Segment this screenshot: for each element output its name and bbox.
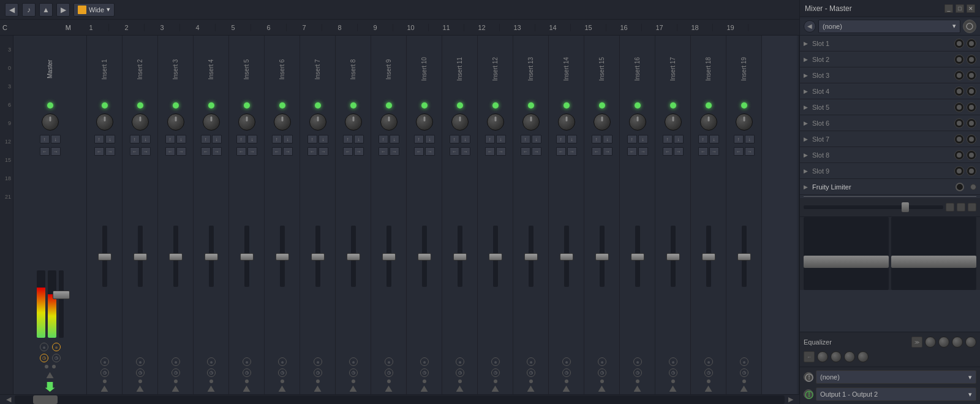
slot-9-led-right[interactable] bbox=[967, 166, 976, 176]
insert-knob-11[interactable] bbox=[451, 113, 469, 131]
insert-clock-13[interactable]: ◷ bbox=[527, 368, 535, 377]
insert-fader-thumb-17[interactable] bbox=[666, 253, 680, 261]
insert-arrow-up-19[interactable]: ↑ bbox=[734, 135, 744, 143]
insert-arrow-down-12[interactable]: ↓ bbox=[496, 135, 506, 143]
insert-fader-thumb-15[interactable] bbox=[595, 253, 609, 261]
slot-6-led-left[interactable] bbox=[954, 118, 964, 128]
insert-led-12[interactable] bbox=[492, 102, 499, 109]
insert-icon1-5[interactable]: ⌾ bbox=[243, 357, 251, 366]
slot-8-led-right[interactable] bbox=[967, 150, 976, 160]
eq-knob-3[interactable] bbox=[952, 337, 963, 348]
right-fader-thumb-2[interactable] bbox=[891, 256, 976, 268]
master-arrow-right[interactable]: → bbox=[51, 147, 61, 156]
insert-knob-16[interactable] bbox=[629, 113, 646, 131]
insert-led-8[interactable] bbox=[350, 102, 356, 109]
insert-icon1-13[interactable]: ⌾ bbox=[527, 357, 535, 366]
insert-arrow-left-16[interactable]: ← bbox=[627, 147, 637, 156]
insert-arrow-right-19[interactable]: → bbox=[745, 147, 755, 156]
insert-fader-thumb-4[interactable] bbox=[205, 253, 218, 261]
eq-knob-8[interactable] bbox=[858, 351, 869, 362]
master-led-green[interactable] bbox=[47, 102, 53, 109]
insert-fader-thumb-7[interactable] bbox=[311, 253, 325, 261]
insert-arrow-up-17[interactable]: ↑ bbox=[663, 135, 673, 143]
insert-arrow-left-4[interactable]: ← bbox=[201, 147, 211, 156]
insert-icon1-15[interactable]: ⌾ bbox=[598, 357, 606, 366]
insert-up-arrow-19[interactable] bbox=[741, 386, 748, 392]
slot-7-led-left[interactable] bbox=[954, 134, 964, 144]
insert-arrow-down-10[interactable]: ↓ bbox=[425, 135, 435, 143]
insert-arrow-left-3[interactable]: ← bbox=[165, 147, 175, 156]
master-up-nav[interactable] bbox=[45, 371, 55, 379]
insert-up-arrow-14[interactable] bbox=[563, 386, 570, 392]
view-select[interactable]: Wide ▾ bbox=[74, 3, 115, 17]
slot-9-led-left[interactable] bbox=[954, 166, 964, 176]
insert-fader-thumb-14[interactable] bbox=[560, 253, 573, 261]
insert-clock-4[interactable]: ◷ bbox=[207, 368, 216, 377]
insert-arrow-up-1[interactable]: ↑ bbox=[94, 135, 104, 143]
toolbar-btn-play[interactable]: ▶ bbox=[56, 3, 70, 17]
insert-knob-6[interactable] bbox=[274, 113, 291, 131]
insert-led-6[interactable] bbox=[279, 102, 285, 109]
insert-clock-12[interactable]: ◷ bbox=[491, 368, 500, 377]
output-circle[interactable] bbox=[804, 389, 813, 399]
insert-arrow-down-3[interactable]: ↓ bbox=[176, 135, 186, 143]
insert-icon1-16[interactable]: ⌾ bbox=[633, 357, 642, 366]
insert-fader-thumb-11[interactable] bbox=[453, 253, 467, 261]
insert-icon1-4[interactable]: ⌾ bbox=[207, 357, 216, 366]
insert-up-arrow-2[interactable] bbox=[137, 386, 144, 392]
insert-arrow-down-7[interactable]: ↓ bbox=[318, 135, 328, 143]
h-scrollbar-thumb[interactable] bbox=[33, 395, 58, 404]
toolbar-btn-up[interactable]: ▲ bbox=[39, 3, 53, 17]
insert-arrow-left-18[interactable]: ← bbox=[698, 147, 708, 156]
insert-fader-thumb-6[interactable] bbox=[276, 253, 289, 261]
insert-knob-7[interactable] bbox=[309, 113, 326, 131]
insert-led-14[interactable] bbox=[564, 102, 570, 109]
insert-arrow-left-17[interactable]: ← bbox=[663, 147, 673, 156]
insert-arrow-down-8[interactable]: ↓ bbox=[354, 135, 364, 143]
toolbar-btn-back[interactable]: ◀ bbox=[5, 3, 18, 17]
insert-up-arrow-17[interactable] bbox=[669, 386, 677, 392]
insert-arrow-down-17[interactable]: ↓ bbox=[674, 135, 684, 143]
insert-led-17[interactable] bbox=[670, 102, 676, 109]
insert-arrow-right-16[interactable]: → bbox=[638, 147, 648, 156]
insert-arrow-down-14[interactable]: ↓ bbox=[567, 135, 577, 143]
insert-fader-thumb-18[interactable] bbox=[702, 253, 715, 261]
insert-arrow-up-8[interactable]: ↑ bbox=[343, 135, 353, 143]
insert-led-1[interactable] bbox=[102, 102, 108, 109]
insert-icon1-2[interactable]: ⌾ bbox=[136, 357, 145, 366]
insert-up-arrow-7[interactable] bbox=[314, 386, 322, 392]
insert-arrow-up-7[interactable]: ↑ bbox=[307, 135, 317, 143]
insert-arrow-right-6[interactable]: → bbox=[283, 147, 293, 156]
insert-fader-thumb-16[interactable] bbox=[631, 253, 644, 261]
insert-arrow-up-4[interactable]: ↑ bbox=[201, 135, 211, 143]
insert-arrow-left-13[interactable]: ← bbox=[521, 147, 530, 156]
insert-arrow-left-1[interactable]: ← bbox=[94, 147, 104, 156]
fruity-limiter-led-left[interactable] bbox=[956, 183, 964, 191]
master-knob[interactable] bbox=[42, 113, 59, 131]
mini-btn-2[interactable] bbox=[957, 203, 965, 212]
insert-arrow-down-1[interactable]: ↓ bbox=[105, 135, 115, 143]
toolbar-btn-music[interactable]: ♪ bbox=[22, 3, 36, 17]
insert-fader-thumb-8[interactable] bbox=[347, 253, 360, 261]
insert-led-15[interactable] bbox=[599, 102, 605, 109]
insert-arrow-right-13[interactable]: → bbox=[532, 147, 541, 156]
insert-icon1-1[interactable]: ⌾ bbox=[100, 357, 109, 366]
slot-1-led-right[interactable] bbox=[967, 39, 976, 48]
insert-clock-7[interactable]: ◷ bbox=[314, 368, 322, 377]
insert-icon1-12[interactable]: ⌾ bbox=[491, 357, 500, 366]
insert-led-10[interactable] bbox=[421, 102, 428, 109]
insert-fader-thumb-13[interactable] bbox=[524, 253, 538, 261]
insert-clock-16[interactable]: ◷ bbox=[633, 368, 642, 377]
insert-arrow-right-1[interactable]: → bbox=[105, 147, 115, 156]
insert-knob-13[interactable] bbox=[522, 113, 540, 131]
insert-knob-12[interactable] bbox=[487, 113, 504, 131]
insert-arrow-left-7[interactable]: ← bbox=[307, 147, 317, 156]
insert-led-13[interactable] bbox=[528, 102, 534, 109]
insert-arrow-left-19[interactable]: ← bbox=[734, 147, 744, 156]
insert-clock-15[interactable]: ◷ bbox=[598, 368, 606, 377]
insert-up-arrow-8[interactable] bbox=[350, 386, 357, 392]
insert-arrow-up-11[interactable]: ↑ bbox=[450, 135, 459, 143]
insert-arrow-right-3[interactable]: → bbox=[176, 147, 186, 156]
insert-arrow-right-17[interactable]: → bbox=[674, 147, 684, 156]
insert-arrow-up-12[interactable]: ↑ bbox=[485, 135, 495, 143]
